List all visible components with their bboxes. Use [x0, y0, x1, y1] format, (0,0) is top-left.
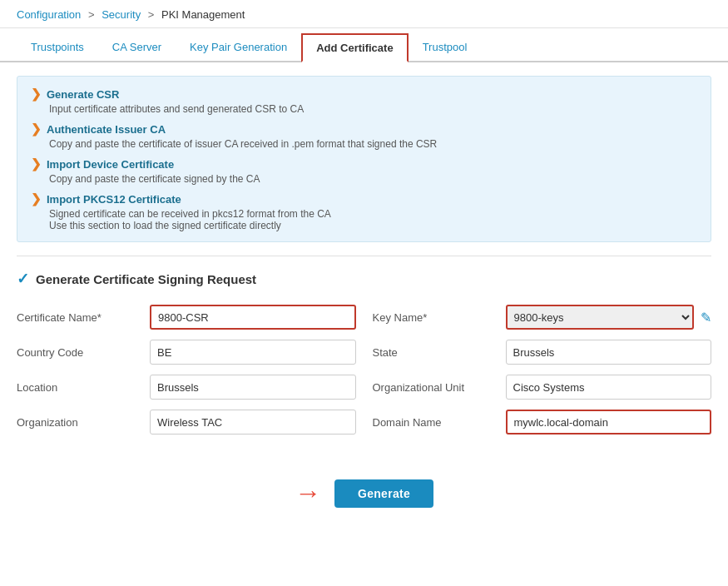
location-input[interactable]	[150, 375, 356, 400]
chevron-down-icon[interactable]: ✓	[17, 270, 29, 288]
organization-label: Organization	[17, 416, 150, 429]
country-code-input[interactable]	[150, 340, 356, 365]
key-name-wrapper: 9800-keys ✎	[506, 305, 712, 330]
info-title-3: Import Device Certificate	[47, 158, 174, 171]
key-name-select[interactable]: 9800-keys	[506, 305, 695, 330]
breadcrumb-sep1: >	[88, 8, 95, 21]
cert-name-input[interactable]	[150, 305, 356, 330]
info-title-4: Import PKCS12 Certificate	[47, 193, 181, 206]
info-desc-4b: Use this section to load the signed cert…	[49, 220, 697, 231]
cert-name-label: Certificate Name*	[17, 311, 150, 324]
info-title-1: Generate CSR	[47, 88, 119, 101]
section-title: Generate Certificate Signing Request	[36, 272, 256, 286]
location-label: Location	[17, 381, 150, 394]
breadcrumb-config[interactable]: Configuration	[17, 8, 81, 21]
form-group-cert-name: Certificate Name*	[17, 305, 356, 330]
info-item-4: ❯ Import PKCS12 Certificate Signed certi…	[31, 191, 697, 231]
form-group-location: Location	[17, 375, 356, 400]
breadcrumb-security[interactable]: Security	[102, 8, 141, 21]
bullet-icon-3: ❯	[31, 156, 42, 171]
tab-ca-server[interactable]: CA Server	[98, 33, 176, 62]
generate-button[interactable]: Generate	[334, 479, 433, 508]
info-item-3: ❯ Import Device Certificate Copy and pas…	[31, 156, 697, 185]
form-row-2: Country Code State	[17, 340, 711, 365]
form-row-4: Organization Domain Name	[17, 410, 711, 435]
info-item-1: ❯ Generate CSR Input certificate attribu…	[31, 87, 697, 115]
organization-input[interactable]	[150, 410, 356, 435]
org-unit-label: Organizational Unit	[373, 381, 506, 394]
key-name-label: Key Name*	[373, 311, 506, 324]
form-group-key-name: Key Name* 9800-keys ✎	[373, 305, 712, 330]
bullet-icon-4: ❯	[31, 191, 42, 206]
info-desc-3: Copy and paste the certificate signed by…	[49, 173, 697, 185]
bullet-icon-1: ❯	[31, 87, 42, 102]
form-group-org-unit: Organizational Unit	[373, 375, 712, 400]
breadcrumb: Configuration > Security > PKI Managemen…	[0, 0, 728, 28]
form-group-domain-name: Domain Name	[373, 410, 712, 435]
bullet-icon-2: ❯	[31, 122, 42, 137]
tab-key-pair-generation[interactable]: Key Pair Generation	[176, 33, 301, 62]
country-code-label: Country Code	[17, 346, 150, 359]
form-group-country: Country Code	[17, 340, 356, 365]
divider	[17, 256, 711, 256]
breadcrumb-current: PKI Management	[161, 8, 245, 21]
section-header: ✓ Generate Certificate Signing Request	[0, 261, 728, 296]
state-label: State	[373, 346, 506, 359]
form-row-3: Location Organizational Unit	[17, 375, 711, 400]
tab-trustpoints[interactable]: Trustpoints	[17, 33, 98, 62]
info-desc-1: Input certificate attributes and send ge…	[49, 103, 697, 115]
info-desc-2: Copy and paste the certificate of issuer…	[49, 138, 697, 150]
tab-trustpool[interactable]: Trustpool	[409, 33, 482, 62]
breadcrumb-sep2: >	[148, 8, 155, 21]
info-desc-4a: Signed certificate can be received in pk…	[49, 208, 697, 220]
info-item-2: ❯ Authenticate Issuer CA Copy and paste …	[31, 122, 697, 150]
info-title-2: Authenticate Issuer CA	[47, 123, 166, 136]
tab-bar: Trustpoints CA Server Key Pair Generatio…	[0, 33, 728, 62]
edit-icon[interactable]: ✎	[701, 310, 711, 325]
form-container: Certificate Name* Key Name* 9800-keys ✎ …	[0, 296, 728, 461]
info-box: ❯ Generate CSR Input certificate attribu…	[17, 76, 711, 242]
arrow-icon: →	[295, 478, 321, 509]
form-group-state: State	[373, 340, 712, 365]
domain-name-input[interactable]	[506, 410, 712, 435]
domain-name-label: Domain Name	[373, 416, 506, 429]
form-group-organization: Organization	[17, 410, 356, 435]
tab-add-certificate[interactable]: Add Certificate	[301, 33, 408, 62]
org-unit-input[interactable]	[506, 375, 712, 400]
state-input[interactable]	[506, 340, 712, 365]
form-row-1: Certificate Name* Key Name* 9800-keys ✎	[17, 305, 711, 330]
button-area: → Generate	[0, 461, 728, 525]
